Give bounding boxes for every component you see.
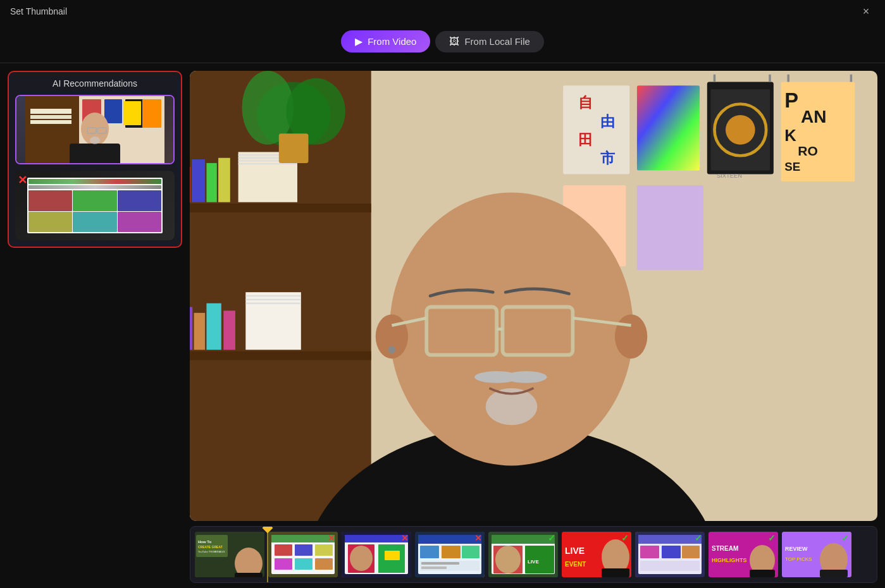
film-thumb-1[interactable]: How To CREATE GREAT YouTube THUMBNAILS xyxy=(195,532,264,577)
tab-from-local-file-label: From Local File xyxy=(464,36,529,47)
svg-rect-34 xyxy=(245,292,301,350)
video-frame: 自 由 田 市 xyxy=(190,71,877,521)
ai-thumbnail-other-inner: ✕ xyxy=(15,171,175,240)
main-content: AI Recommendations xyxy=(0,63,885,588)
svg-rect-29 xyxy=(238,163,297,164)
thumb-x-badge: ✕ xyxy=(18,173,27,187)
svg-rect-137 xyxy=(750,570,775,577)
file-icon: 🖼 xyxy=(449,36,459,47)
svg-text:YouTube THUMBNAILS: YouTube THUMBNAILS xyxy=(198,550,225,553)
svg-rect-65 xyxy=(279,133,309,163)
svg-text:REVIEW: REVIEW xyxy=(785,546,808,552)
video-icon: ▶ xyxy=(355,35,362,47)
svg-rect-37 xyxy=(245,303,301,304)
thumbnail-preview-svg xyxy=(25,96,164,163)
svg-text:田: 田 xyxy=(578,132,593,148)
svg-rect-31 xyxy=(194,313,206,350)
svg-point-16 xyxy=(90,137,100,144)
filmstrip[interactable]: How To CREATE GREAT YouTube THUMBNAILS ✕ xyxy=(190,526,877,583)
svg-rect-86 xyxy=(235,573,263,577)
film-thumb-7[interactable]: ✓ xyxy=(635,532,705,577)
film-thumb-5[interactable]: ✓ LIVE xyxy=(488,532,558,577)
film-badge-8: ✓ xyxy=(768,533,776,543)
svg-rect-5 xyxy=(30,120,71,124)
video-placeholder: 自 由 田 市 xyxy=(190,71,877,521)
film-thumb-8[interactable]: ✓ STREAM HIGHLIGHTS xyxy=(709,532,778,577)
ai-recommendations-box: AI Recommendations xyxy=(8,71,182,248)
svg-rect-110 xyxy=(421,562,459,565)
mini-cell-4 xyxy=(28,212,72,233)
mini-cell-6 xyxy=(118,212,161,233)
svg-text:SIXTEEN: SIXTEEN xyxy=(717,173,742,179)
film-badge-3: ✕ xyxy=(401,533,409,543)
svg-rect-130 xyxy=(682,546,700,558)
svg-point-48 xyxy=(726,115,755,145)
dialog-title: Set Thumbnail xyxy=(10,6,67,16)
mini-screenshot xyxy=(27,178,163,233)
svg-text:市: 市 xyxy=(600,150,616,166)
film-thumb-3[interactable]: ✕ xyxy=(342,532,411,577)
svg-rect-131 xyxy=(640,561,700,571)
close-button[interactable]: × xyxy=(857,3,875,20)
svg-rect-22 xyxy=(192,159,205,202)
svg-text:STREAM: STREAM xyxy=(712,545,738,552)
svg-rect-114 xyxy=(492,535,555,544)
svg-rect-10 xyxy=(142,99,161,128)
svg-rect-89 xyxy=(271,535,335,542)
ai-recommendations-title: AI Recommendations xyxy=(15,78,175,89)
svg-rect-12 xyxy=(70,144,120,163)
svg-point-79 xyxy=(388,346,396,353)
ai-thumbnail-selected[interactable] xyxy=(15,95,175,164)
mini-grid xyxy=(28,190,161,232)
ft-svg-1: How To CREATE GREAT YouTube THUMBNAILS xyxy=(195,532,264,577)
svg-rect-143 xyxy=(820,570,848,577)
svg-rect-105 xyxy=(418,535,481,544)
svg-rect-7 xyxy=(104,99,122,123)
svg-rect-90 xyxy=(275,544,292,556)
svg-rect-44 xyxy=(637,85,700,170)
film-thumb-6[interactable]: ✓ LIVE EVENT xyxy=(562,532,631,577)
film-thumb-2[interactable]: ✕ xyxy=(268,532,338,577)
tab-from-local-file[interactable]: 🖼 From Local File xyxy=(435,31,543,52)
svg-text:自: 自 xyxy=(578,94,593,111)
svg-rect-19 xyxy=(190,204,371,212)
mini-cell-2 xyxy=(73,190,116,211)
tab-bar: ▶ From Video 🖼 From Local File xyxy=(0,23,885,63)
svg-rect-129 xyxy=(662,546,681,558)
svg-rect-108 xyxy=(462,546,480,558)
tab-from-video[interactable]: ▶ From Video xyxy=(341,30,430,52)
svg-rect-21 xyxy=(190,167,190,202)
svg-rect-20 xyxy=(190,352,371,360)
film-marker-line xyxy=(267,532,268,582)
svg-text:EVENT: EVENT xyxy=(565,561,586,568)
svg-text:SE: SE xyxy=(784,160,800,173)
svg-rect-102 xyxy=(385,551,400,560)
svg-text:由: 由 xyxy=(600,113,615,130)
svg-rect-127 xyxy=(638,535,702,544)
film-badge-7: ✓ xyxy=(695,533,702,543)
svg-rect-124 xyxy=(602,568,629,577)
svg-rect-23 xyxy=(206,163,216,202)
svg-rect-3 xyxy=(30,109,71,114)
mini-cell-5 xyxy=(73,212,116,233)
svg-rect-30 xyxy=(190,307,192,350)
svg-rect-92 xyxy=(315,544,333,556)
video-svg: 自 由 田 市 xyxy=(190,71,877,521)
svg-text:RO: RO xyxy=(798,144,818,158)
ai-thumbnail-other[interactable]: ✕ xyxy=(15,171,175,240)
svg-point-101 xyxy=(350,546,373,571)
svg-rect-9 xyxy=(123,101,141,125)
svg-text:LIVE: LIVE xyxy=(565,546,585,556)
film-thumb-img-1: How To CREATE GREAT YouTube THUMBNAILS xyxy=(195,532,264,577)
svg-point-70 xyxy=(615,314,647,358)
svg-rect-93 xyxy=(275,558,292,570)
film-thumb-4[interactable]: ✕ xyxy=(415,532,485,577)
svg-rect-106 xyxy=(420,546,439,558)
svg-rect-24 xyxy=(218,158,230,202)
svg-text:LIVE: LIVE xyxy=(528,559,539,565)
mini-row-1 xyxy=(28,179,161,184)
svg-rect-107 xyxy=(442,546,461,558)
svg-rect-98 xyxy=(345,535,408,542)
film-thumb-9[interactable]: ✓ REVIEW TOP PICKS xyxy=(782,532,851,577)
svg-rect-38 xyxy=(563,85,629,174)
